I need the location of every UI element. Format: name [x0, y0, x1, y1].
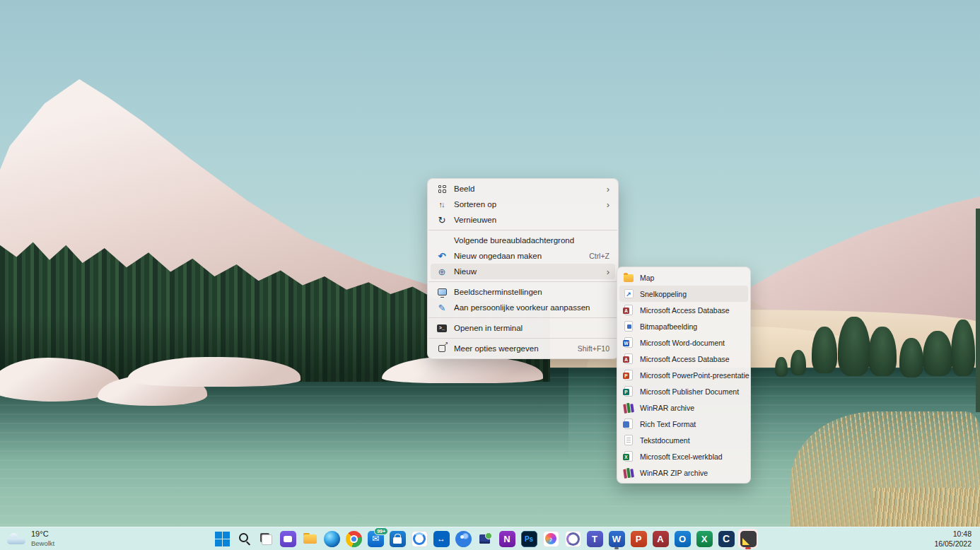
taskbar-app-icons: ✉99+↔NPsTWPAOXC: [212, 527, 758, 550]
menu-item-bitmapafbeelding[interactable]: Bitmapafbeelding: [619, 318, 748, 334]
menu-item-sorteren-op[interactable]: ↑↓Sorteren op›: [431, 197, 615, 212]
wallpaper-tree: [775, 357, 788, 377]
taskbar-chrome-icon[interactable]: [344, 529, 363, 549]
taskbar-excel-icon[interactable]: X: [694, 529, 714, 549]
folder-icon: [623, 272, 634, 283]
weather-temperature: 19°C: [31, 529, 54, 539]
menu-item-winrar-archive[interactable]: WinRAR archive: [619, 399, 748, 416]
menu-item-label: Aan persoonlijke voorkeur aanpassen: [454, 303, 590, 312]
menu-separator: [428, 338, 617, 339]
publisher-file-icon: P: [623, 386, 634, 397]
taskbar-chat-icon[interactable]: [278, 529, 298, 549]
taskbar-powerpoint-icon[interactable]: P: [629, 529, 648, 549]
menu-item-label: Microsoft Access Database: [640, 355, 730, 363]
wallpaper-tree: [838, 317, 870, 376]
terminal-icon: >_: [436, 322, 448, 334]
taskbar-edge-icon[interactable]: [322, 529, 342, 549]
new-item-submenu: Map↗SnelkoppelingAMicrosoft Access Datab…: [617, 267, 751, 484]
refresh-icon: ↻: [436, 214, 448, 226]
menu-item-tekstdocument[interactable]: Tekstdocument: [619, 432, 748, 448]
menu-item-beeldscherminstellingen[interactable]: Beeldscherminstellingen: [431, 284, 615, 300]
icon-spacer: [436, 235, 448, 246]
taskbar-teamviewer-icon[interactable]: ↔: [431, 529, 451, 549]
rtf-file-icon: [623, 419, 634, 430]
menu-item-label: Openen in terminal: [454, 324, 523, 332]
new-icon: ⊕: [436, 266, 448, 277]
taskbar-notes-icon[interactable]: [738, 529, 758, 549]
access-file-icon: A: [623, 353, 634, 365]
taskbar-word-icon[interactable]: W: [607, 529, 626, 549]
menu-item-microsoft-powerpoint-presentatie[interactable]: PMicrosoft PowerPoint-presentatie: [619, 367, 748, 383]
shortcut-icon: ↗: [623, 288, 634, 300]
word-file-icon: W: [623, 337, 634, 349]
menu-separator: [428, 317, 617, 318]
wallpaper-tree: [951, 320, 975, 376]
taskbar-mail-icon[interactable]: ✉99+: [366, 529, 385, 549]
taskbar-store-icon[interactable]: [387, 529, 407, 549]
taskbar-search-icon[interactable]: [234, 529, 254, 549]
menu-item-volgende-bureaubladachtergrond[interactable]: Volgende bureaubladachtergrond: [431, 233, 615, 248]
menu-item-microsoft-excel-werkblad[interactable]: XMicrosoft Excel-werkblad: [619, 448, 748, 464]
taskbar-access-icon[interactable]: A: [651, 529, 670, 549]
menu-item-label: Meer opties weergeven: [454, 344, 539, 353]
menu-item-snelkoppeling[interactable]: ↗Snelkoppeling: [619, 286, 748, 302]
menu-item-label: Beeld: [454, 185, 474, 193]
menu-item-meer-opties-weergeven[interactable]: Meer opties weergevenShift+F10: [431, 341, 615, 356]
taskbar-blue-app-icon[interactable]: [453, 529, 473, 549]
menu-item-map[interactable]: Map: [619, 269, 748, 286]
menu-item-nieuw-ongedaan-maken[interactable]: ↶Nieuw ongedaan makenCtrl+Z: [431, 248, 615, 264]
taskbar-devices-app-icon[interactable]: [475, 529, 495, 549]
excel-file-icon: X: [623, 451, 634, 462]
taskbar-itunes-icon[interactable]: [541, 529, 561, 549]
menu-item-microsoft-word-document[interactable]: WMicrosoft Word-document: [619, 334, 748, 351]
personalize-icon: ✎: [436, 302, 448, 313]
taskbar-task-view-icon[interactable]: [256, 529, 276, 549]
desktop-context-menu: Beeld›↑↓Sorteren op›↻VernieuwenVolgende …: [427, 178, 619, 359]
chevron-right-icon: ›: [607, 185, 609, 194]
menu-item-openen-in-terminal[interactable]: >_Openen in terminal: [431, 320, 615, 336]
menu-item-rich-text-format[interactable]: Rich Text Format: [619, 416, 748, 432]
chevron-right-icon: ›: [607, 267, 609, 276]
menu-item-label: Snelkoppeling: [640, 290, 687, 298]
wallpaper-tree: [791, 350, 806, 375]
taskbar-teams-icon[interactable]: T: [585, 529, 605, 549]
taskbar-photoshop-icon[interactable]: Ps: [519, 529, 539, 549]
winrar-zip-file-icon: [623, 467, 634, 479]
taskbar-file-explorer-icon[interactable]: [300, 529, 320, 549]
sort-icon: ↑↓: [436, 199, 448, 210]
taskbar-onenote-icon[interactable]: N: [497, 529, 517, 549]
taskbar-ring-app-icon[interactable]: [563, 529, 583, 549]
menu-item-label: Sorteren op: [454, 200, 496, 209]
menu-item-label: Microsoft Access Database: [640, 306, 730, 315]
menu-item-beeld[interactable]: Beeld›: [431, 181, 615, 197]
taskbar-start-icon[interactable]: [212, 529, 232, 549]
menu-item-vernieuwen[interactable]: ↻Vernieuwen: [431, 212, 615, 228]
taskbar-c-app-icon[interactable]: C: [716, 529, 736, 549]
menu-item-label: Microsoft PowerPoint-presentatie: [640, 371, 749, 380]
wallpaper-edge-trees: [976, 209, 980, 412]
undo-icon: ↶: [436, 250, 448, 262]
menu-item-microsoft-access-database[interactable]: AMicrosoft Access Database: [619, 302, 748, 318]
menu-item-microsoft-publisher-document[interactable]: PMicrosoft Publisher Document: [619, 383, 748, 399]
taskbar: 19°C Bewolkt ✉99+↔NPsTWPAOXC 10:48 16/05…: [0, 527, 980, 550]
menu-item-label: Volgende bureaubladachtergrond: [454, 236, 574, 245]
shortcut-label: Shift+F10: [578, 344, 609, 353]
menu-item-label: Nieuw ongedaan maken: [454, 252, 542, 260]
menu-item-microsoft-access-database[interactable]: AMicrosoft Access Database: [619, 351, 748, 367]
menu-item-aan-persoonlijke-voorkeur-aanpassen[interactable]: ✎Aan persoonlijke voorkeur aanpassen: [431, 300, 615, 315]
bitmap-file-icon: [623, 321, 634, 332]
access-file-icon: A: [623, 305, 634, 316]
taskbar-clock[interactable]: 10:48 16/05/2022: [934, 529, 972, 549]
wallpaper-tree: [923, 331, 952, 376]
menu-item-label: Vernieuwen: [454, 216, 496, 224]
wallpaper-tree: [812, 327, 837, 373]
running-indicator: [745, 547, 751, 549]
weather-condition: Bewolkt: [31, 539, 54, 548]
menu-item-winrar-zip-archive[interactable]: WinRAR ZIP archive: [619, 464, 748, 481]
taskbar-weather-widget[interactable]: 19°C Bewolkt: [7, 527, 54, 550]
taskbar-media-app-icon[interactable]: [409, 529, 429, 549]
clock-time: 10:48: [934, 529, 972, 539]
view-grid-icon: [436, 183, 448, 194]
taskbar-outlook-icon[interactable]: O: [672, 529, 692, 549]
menu-item-nieuw[interactable]: ⊕Nieuw›: [431, 264, 615, 279]
